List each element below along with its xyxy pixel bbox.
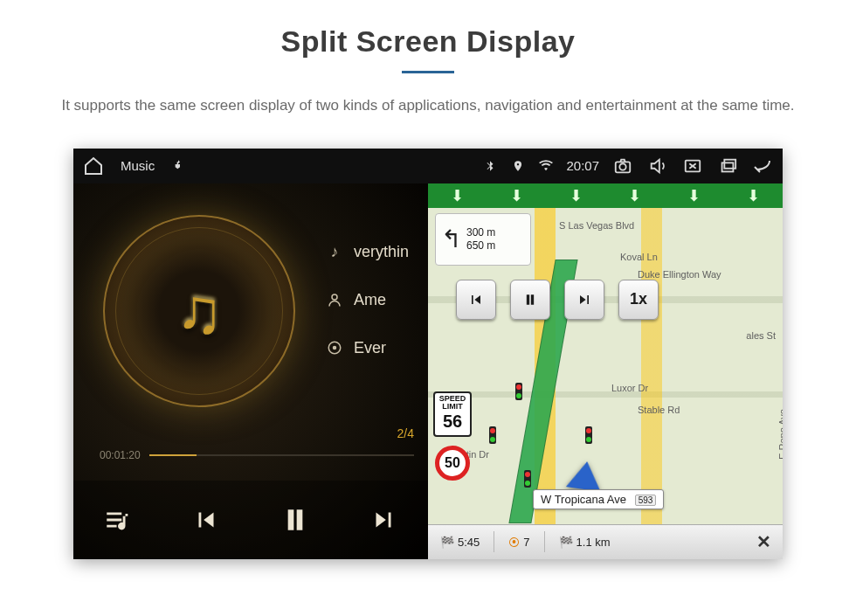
camera-icon[interactable] bbox=[611, 155, 634, 177]
playlist-button[interactable] bbox=[92, 494, 144, 546]
track-row[interactable]: ♪ verythin bbox=[326, 243, 409, 261]
location-icon bbox=[510, 158, 526, 174]
svg-point-1 bbox=[619, 163, 625, 170]
route-badge: 593 bbox=[635, 495, 657, 506]
gps-chip[interactable]: ⦿ 7 bbox=[503, 534, 535, 550]
map-download-bar: ⬇ ⬇ ⬇ ⬇ ⬇ ⬇ bbox=[428, 183, 783, 208]
track-title: Ame bbox=[354, 291, 386, 309]
progress-bar[interactable]: 00:01:20 bbox=[100, 449, 414, 461]
traffic-light-icon bbox=[524, 470, 531, 488]
equalizer-icon: ♪ bbox=[326, 243, 343, 260]
title-underline bbox=[402, 71, 454, 73]
download-arrow-icon: ⬇ bbox=[510, 186, 523, 205]
device-screenshot: Music 20:07 bbox=[73, 149, 783, 559]
map-bottom-bar: 🏁 5:45 ⦿ 7 🏁 1.1 km ✕ bbox=[428, 524, 783, 559]
usb-icon bbox=[170, 158, 186, 174]
close-window-icon[interactable] bbox=[681, 155, 704, 177]
clock: 20:07 bbox=[566, 158, 599, 173]
recent-apps-icon[interactable] bbox=[716, 155, 739, 177]
download-arrow-icon: ⬇ bbox=[451, 186, 464, 205]
track-row[interactable]: Ame bbox=[326, 291, 409, 309]
navigation-pane: ⬇ ⬇ ⬇ ⬇ ⬇ ⬇ S Las Vegas Blvd Koval Ln Du… bbox=[428, 183, 783, 559]
current-app-label: Music bbox=[121, 158, 155, 173]
status-bar: Music 20:07 bbox=[73, 149, 783, 183]
turn-distance: 300 m bbox=[466, 226, 495, 239]
eta-chip[interactable]: 🏁 5:45 bbox=[435, 534, 485, 550]
turn-distance-secondary: 650 m bbox=[466, 239, 495, 252]
album-art-disc[interactable]: ♫ bbox=[103, 215, 295, 407]
street-label: Luxor Dr bbox=[611, 383, 648, 393]
turn-left-icon: ↰ bbox=[441, 225, 461, 253]
track-title: verythin bbox=[354, 243, 409, 261]
music-controls bbox=[73, 481, 428, 559]
circular-speed-sign: 50 bbox=[435, 446, 470, 481]
bluetooth-icon bbox=[482, 158, 498, 174]
map-pause-button[interactable] bbox=[510, 280, 550, 320]
speed-limit-value: 56 bbox=[435, 412, 470, 430]
turn-instruction: ↰ 300 m 650 m bbox=[435, 213, 531, 266]
elapsed-time: 00:01:20 bbox=[100, 449, 141, 461]
satellite-icon: ⦿ bbox=[508, 536, 520, 549]
street-label: Stable Rd bbox=[638, 405, 680, 415]
svg-point-5 bbox=[332, 294, 337, 300]
music-note-icon: ♫ bbox=[176, 275, 223, 347]
track-list: ♪ verythin Ame Ever bbox=[326, 243, 409, 357]
gps-count: 7 bbox=[523, 536, 529, 549]
map-playback-controls: 1x bbox=[456, 280, 659, 320]
flag-icon: 🏁 bbox=[559, 536, 573, 549]
download-arrow-icon: ⬇ bbox=[747, 186, 760, 205]
wifi-icon bbox=[538, 158, 554, 174]
flag-icon: 🏁 bbox=[440, 536, 454, 549]
traffic-light-icon bbox=[515, 383, 522, 400]
map-close-button[interactable]: ✕ bbox=[751, 529, 776, 554]
street-label: S Las Vegas Blvd bbox=[559, 220, 634, 231]
back-icon[interactable] bbox=[751, 155, 774, 177]
track-row[interactable]: Ever bbox=[326, 339, 409, 357]
street-label: Duke Ellington Way bbox=[638, 269, 721, 280]
map-speed-button[interactable]: 1x bbox=[618, 280, 659, 320]
street-label: ales St bbox=[746, 330, 776, 341]
speed-limit-sign: SPEED LIMIT 56 bbox=[433, 391, 472, 437]
eta-value: 5:45 bbox=[458, 536, 480, 549]
street-label: Koval Ln bbox=[620, 252, 658, 262]
track-title: Ever bbox=[354, 339, 386, 357]
traffic-light-icon bbox=[489, 426, 496, 444]
next-track-button[interactable] bbox=[357, 494, 410, 546]
current-street-sign: W Tropicana Ave 593 bbox=[533, 489, 664, 509]
pause-button[interactable] bbox=[269, 494, 321, 546]
track-counter: 2/4 bbox=[397, 426, 414, 440]
page-description: It supports the same screen display of t… bbox=[44, 94, 812, 117]
volume-icon[interactable] bbox=[646, 155, 669, 177]
traffic-light-icon bbox=[585, 426, 592, 444]
previous-track-button[interactable] bbox=[180, 494, 232, 546]
download-arrow-icon: ⬇ bbox=[570, 186, 583, 205]
map-prev-button[interactable] bbox=[456, 280, 496, 320]
distance-chip[interactable]: 🏁 1.1 km bbox=[554, 534, 616, 550]
page-title: Split Screen Display bbox=[0, 24, 856, 59]
download-arrow-icon: ⬇ bbox=[628, 186, 641, 205]
download-arrow-icon: ⬇ bbox=[687, 186, 701, 205]
svg-point-7 bbox=[333, 347, 335, 350]
artist-icon bbox=[326, 291, 343, 308]
map-next-button[interactable] bbox=[564, 280, 604, 320]
street-name: W Tropicana Ave bbox=[541, 493, 626, 506]
music-pane: ♫ ♪ verythin Ame Ever bbox=[73, 183, 428, 559]
navigation-cursor-icon bbox=[566, 459, 604, 491]
street-label: E Reno Ave bbox=[777, 409, 783, 460]
distance-value: 1.1 km bbox=[576, 536, 611, 549]
speed-limit-label: SPEED LIMIT bbox=[439, 394, 466, 411]
album-icon bbox=[326, 339, 343, 356]
home-icon[interactable] bbox=[82, 155, 105, 177]
